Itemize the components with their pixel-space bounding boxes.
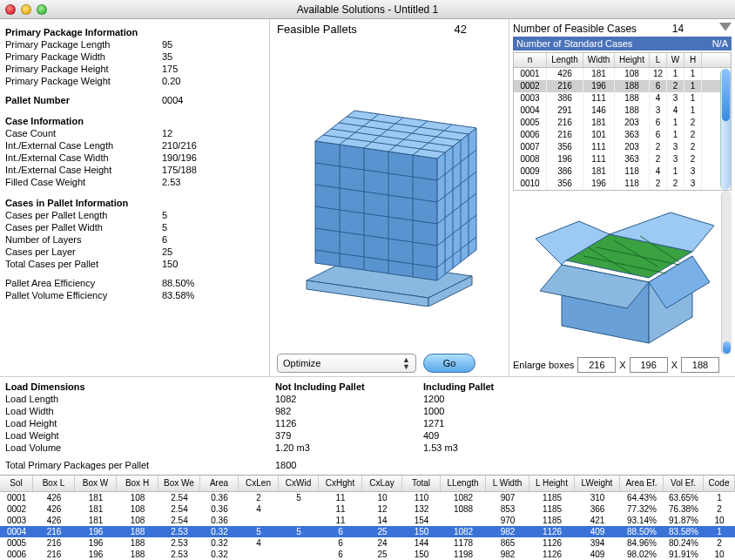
- load-value-ip: 1.53 m3: [423, 442, 536, 454]
- cell: 386: [547, 165, 583, 178]
- case-table-row[interactable]: 0003386111188431: [514, 92, 731, 105]
- solutions-table-row[interactable]: 00024261811082.540.364111213210888531185…: [0, 503, 735, 515]
- cell: 1: [684, 92, 702, 105]
- value: 190/196: [162, 152, 197, 164]
- section-primary-package: Primary Package Information: [5, 26, 264, 38]
- cell: 10: [704, 515, 735, 526]
- case-table-row[interactable]: 00014261811081211: [514, 68, 731, 80]
- col-cxlen[interactable]: CxLen: [239, 476, 279, 491]
- cell: 2: [650, 178, 667, 190]
- enlarge-width-input[interactable]: [630, 357, 668, 373]
- case-table-row[interactable]: 0008196111363232: [514, 153, 731, 165]
- scrollbar-thumb[interactable]: [722, 69, 730, 121]
- cell: 426: [33, 503, 75, 515]
- cell: 98.02%: [620, 549, 664, 560]
- col-cxhght[interactable]: CxHght: [319, 476, 362, 491]
- cell: 1126: [529, 537, 575, 549]
- col-code[interactable]: Code: [704, 476, 735, 491]
- label: Primary Package Weight: [5, 75, 162, 87]
- cell: 2: [684, 129, 702, 141]
- cell: 0003: [514, 92, 547, 105]
- cell: 6: [319, 526, 362, 537]
- case-table-row[interactable]: 0010356196118223: [514, 178, 731, 190]
- box-view-scrollbar[interactable]: [721, 191, 732, 355]
- col-total[interactable]: Total: [402, 476, 441, 491]
- cell: 6: [650, 129, 667, 141]
- cell: 3: [650, 105, 667, 117]
- cell: 11: [319, 515, 362, 526]
- enlarge-length-input[interactable]: [577, 357, 616, 373]
- label: Primary Package Length: [5, 38, 162, 51]
- col-boxwe[interactable]: Box We: [158, 476, 200, 491]
- solutions-table-row[interactable]: 00052161961882.530.324624144117886511263…: [0, 537, 735, 549]
- window-title: Available Solutions - Untitled 1: [0, 3, 735, 16]
- col-lweight[interactable]: LWeight: [575, 476, 620, 491]
- cell: 188: [117, 549, 158, 560]
- col-length[interactable]: Length: [547, 53, 583, 67]
- optimize-select[interactable]: Optimize ▲▼: [277, 354, 416, 373]
- col-lwidth[interactable]: L Width: [486, 476, 529, 491]
- case-table-row[interactable]: 0007356111203232: [514, 141, 731, 153]
- case-table-row[interactable]: 0006216101363612: [514, 129, 731, 141]
- solutions-table[interactable]: Sol Box L Box W Box H Box We Area CxLen …: [0, 475, 735, 560]
- cell: 88.50%: [620, 526, 664, 537]
- box-3d-view[interactable]: [513, 191, 732, 355]
- col-area[interactable]: Area: [200, 476, 239, 491]
- load-dimensions-header: Load Dimensions: [5, 381, 275, 393]
- cell: 5: [239, 526, 279, 537]
- col-boxw[interactable]: Box W: [75, 476, 117, 491]
- cell: 6: [650, 80, 667, 92]
- label: Pallet Volume Efficiency: [5, 289, 162, 301]
- cell: [239, 515, 279, 526]
- case-table-row[interactable]: 0009386181118413: [514, 165, 731, 178]
- label: Case Count: [5, 127, 162, 139]
- solutions-table-row[interactable]: 00014261811082.540.362511101101082907118…: [0, 492, 735, 503]
- solutions-table-row[interactable]: 00062161961882.530.326251501198982112640…: [0, 549, 735, 560]
- enlarge-height-input[interactable]: [681, 357, 719, 373]
- col-sol[interactable]: Sol: [0, 476, 33, 491]
- col-volef[interactable]: Vol Ef.: [664, 476, 704, 491]
- solutions-table-row[interactable]: 00042161961882.530.325562515010829821126…: [0, 526, 735, 537]
- col-h[interactable]: H: [684, 53, 702, 67]
- pallet-3d-view[interactable]: [277, 36, 502, 350]
- value: 2.53: [162, 176, 180, 188]
- value: 0.20: [162, 75, 180, 87]
- solutions-table-row[interactable]: 00034261811082.540.361114154970118542193…: [0, 515, 735, 526]
- cell: 3: [667, 141, 684, 153]
- cell: 5: [279, 492, 319, 503]
- optimize-select-label: Optimize: [283, 358, 320, 368]
- col-boxl[interactable]: Box L: [33, 476, 75, 491]
- scrollbar-thumb[interactable]: [723, 341, 731, 354]
- cell: 111: [583, 92, 615, 105]
- case-table-row[interactable]: 0002216196188621: [514, 80, 731, 92]
- cell: 970: [486, 515, 529, 526]
- col-llength[interactable]: LLength: [441, 476, 486, 491]
- case-table-row[interactable]: 0004291146188341: [514, 105, 731, 117]
- col-areaef[interactable]: Area Ef.: [620, 476, 664, 491]
- cell: 4: [667, 105, 684, 117]
- case-table[interactable]: n Length Width Height L W H 000142618110…: [513, 52, 732, 191]
- col-cxwid[interactable]: CxWid: [279, 476, 319, 491]
- cell: 84.96%: [620, 537, 664, 549]
- col-lheight[interactable]: L Height: [529, 476, 575, 491]
- cell: 1082: [441, 492, 486, 503]
- case-table-row[interactable]: 0005216181203612: [514, 117, 731, 129]
- chevron-down-icon[interactable]: [719, 23, 732, 35]
- cell: 14: [362, 515, 402, 526]
- col-l[interactable]: L: [650, 53, 667, 67]
- col-height[interactable]: Height: [615, 53, 650, 67]
- cell: 0.32: [200, 537, 239, 549]
- col-n[interactable]: n: [514, 53, 547, 67]
- col-width[interactable]: Width: [583, 53, 615, 67]
- cell: 1: [704, 526, 735, 537]
- col-boxh[interactable]: Box H: [117, 476, 158, 491]
- label: Filled Case Weight: [5, 176, 162, 188]
- cell: 409: [575, 549, 620, 560]
- cell: 10: [704, 549, 735, 560]
- cell: 2: [704, 503, 735, 515]
- cell: 0005: [0, 537, 33, 549]
- go-button[interactable]: Go: [423, 354, 475, 373]
- col-cxlay[interactable]: CxLay: [362, 476, 402, 491]
- col-w[interactable]: W: [667, 53, 684, 67]
- case-table-scrollbar[interactable]: [720, 69, 731, 190]
